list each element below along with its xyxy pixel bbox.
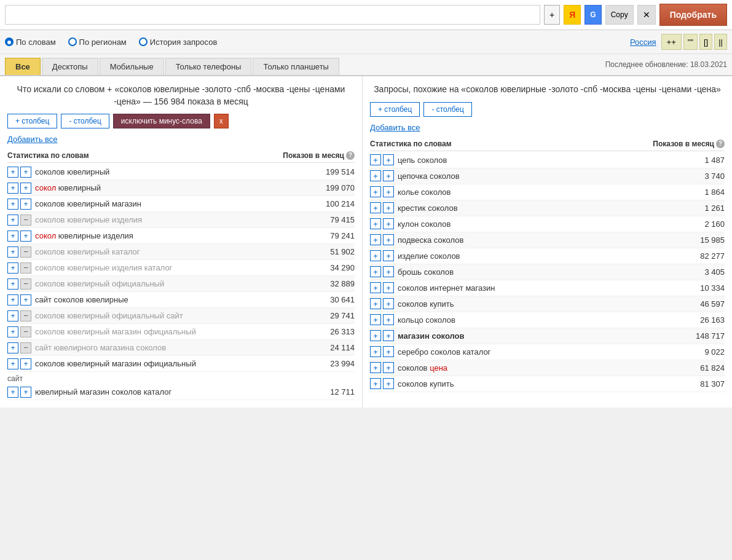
search-input[interactable]: соколов ювелирные -золото -спб -москва -… <box>5 5 540 25</box>
add-keyword-button[interactable]: + <box>370 314 381 325</box>
add-keyword-button[interactable]: + <box>7 246 18 258</box>
add-keyword-button[interactable]: + <box>370 250 381 261</box>
add-keyword-button[interactable]: + <box>370 346 381 357</box>
keyword-text: кулон соколов <box>398 219 683 229</box>
add-column-button-right[interactable]: + столбец <box>370 102 420 117</box>
add-keyword-button-2[interactable]: + <box>383 170 394 181</box>
add-keyword-button[interactable]: + <box>370 282 381 293</box>
remove-column-button-left[interactable]: - столбец <box>61 114 109 128</box>
add-keyword-button-2[interactable]: + <box>20 387 31 398</box>
add-keyword-button[interactable]: + <box>7 294 18 306</box>
add-keyword-button-2[interactable]: + <box>20 358 31 369</box>
table-row: ++кольцо соколов26 163 <box>370 312 725 328</box>
minus-keyword-button[interactable]: − <box>20 342 31 353</box>
add-keyword-button[interactable]: + <box>370 202 381 213</box>
add-keyword-button-2[interactable]: + <box>383 202 394 213</box>
add-keyword-button[interactable]: + <box>7 262 18 274</box>
add-keyword-button[interactable]: + <box>7 215 18 226</box>
region-select[interactable]: Россия <box>630 37 656 47</box>
add-keyword-button[interactable]: + <box>370 330 381 341</box>
add-keyword-button[interactable]: + <box>370 266 381 277</box>
add-keyword-button-2[interactable]: + <box>383 378 394 389</box>
add-all-link-right[interactable]: Добавить все <box>370 123 725 132</box>
radio-history[interactable]: История запросов <box>139 37 218 47</box>
minus-keyword-button[interactable]: − <box>20 215 31 226</box>
add-keyword-button[interactable]: + <box>7 231 18 242</box>
copy-button[interactable]: Copy <box>605 5 634 25</box>
help-icon-right[interactable]: ? <box>716 140 725 148</box>
add-keyword-button-2[interactable]: + <box>383 314 394 325</box>
tab-desktop[interactable]: Десктопы <box>42 58 98 75</box>
submit-button[interactable]: Подобрать <box>659 4 727 26</box>
add-keyword-button-2[interactable]: + <box>383 298 394 309</box>
radio-by-words[interactable]: По словам <box>5 37 56 47</box>
add-keyword-button-2[interactable]: + <box>383 330 394 341</box>
add-all-link-left[interactable]: Добавить все <box>7 135 355 144</box>
google-search-button[interactable]: G <box>584 5 601 25</box>
radio-by-regions[interactable]: По регионам <box>68 37 127 47</box>
add-keyword-button[interactable]: + <box>7 167 18 178</box>
add-keyword-button[interactable]: + <box>7 387 18 398</box>
quotes-button[interactable]: "" <box>683 34 698 50</box>
keyword-text: соколов ювелирный магазин официальный <box>35 359 313 368</box>
keyword-text: соколов ювелирный официальный <box>35 279 313 288</box>
add-keyword-button[interactable]: + <box>370 234 381 245</box>
minus-keyword-button[interactable]: − <box>20 326 31 337</box>
add-keyword-button[interactable]: + <box>7 183 18 194</box>
minus-keyword-button[interactable]: − <box>20 310 31 321</box>
table-row: ++магазин соколов148 717 <box>370 328 725 344</box>
minus-keyword-button[interactable]: − <box>20 246 31 258</box>
add-keyword-button[interactable]: + <box>370 298 381 309</box>
add-keyword-button[interactable]: + <box>7 342 18 353</box>
add-keyword-button-2[interactable]: + <box>20 183 31 194</box>
pause-button[interactable]: || <box>714 34 727 50</box>
tab-tablets[interactable]: Только планшеты <box>253 58 339 75</box>
add-keyword-button-2[interactable]: + <box>383 186 394 197</box>
add-keyword-button-2[interactable]: + <box>383 218 394 229</box>
add-keyword-button-2[interactable]: + <box>383 346 394 357</box>
clear-search-button[interactable]: ✕ <box>637 5 656 25</box>
keyword-count: 26 163 <box>688 315 725 325</box>
x-button-left[interactable]: x <box>214 114 229 128</box>
add-keyword-button-2[interactable]: + <box>383 250 394 261</box>
add-keyword-button[interactable]: + <box>7 310 18 321</box>
add-column-button-left[interactable]: + столбец <box>7 114 57 128</box>
add-keyword-button-2[interactable]: + <box>383 282 394 293</box>
left-keywords-list: ++соколов ювелирный199 514++сокол ювелир… <box>7 164 355 372</box>
add-keyword-button[interactable]: + <box>370 154 381 165</box>
add-keyword-button[interactable]: + <box>370 170 381 181</box>
bracket-button[interactable]: [] <box>699 34 712 50</box>
add-keyword-button[interactable]: + <box>370 186 381 197</box>
add-keyword-button[interactable]: + <box>7 278 18 290</box>
add-keyword-button-2[interactable]: + <box>383 266 394 277</box>
keyword-count: 24 114 <box>318 343 355 352</box>
add-keyword-button[interactable]: + <box>370 218 381 229</box>
add-keyword-button[interactable]: + <box>370 362 381 373</box>
help-icon-left[interactable]: ? <box>346 151 355 160</box>
add-keyword-button[interactable]: + <box>7 358 18 369</box>
add-keyword-button[interactable]: + <box>7 199 18 210</box>
exclude-minus-words-button[interactable]: исключить минус-слова <box>113 114 210 128</box>
tab-all[interactable]: Все <box>5 58 41 75</box>
add-keyword-button-2[interactable]: + <box>20 167 31 178</box>
add-keyword-button-2[interactable]: + <box>20 199 31 210</box>
add-keyword-button-2[interactable]: + <box>383 362 394 373</box>
plusplus-button[interactable]: ++ <box>661 34 682 50</box>
search-plus-button[interactable]: + <box>544 5 560 25</box>
add-keyword-button-2[interactable]: + <box>383 234 394 245</box>
add-keyword-button-2[interactable]: + <box>20 294 31 306</box>
remove-column-button-right[interactable]: - столбец <box>423 102 471 117</box>
yandex-search-button[interactable]: Я <box>564 5 581 25</box>
add-keyword-button[interactable]: + <box>7 326 18 337</box>
add-keyword-button-2[interactable]: + <box>383 154 394 165</box>
minus-keyword-button[interactable]: − <box>20 278 31 290</box>
add-keyword-button-2[interactable]: + <box>20 231 31 242</box>
minus-keyword-button[interactable]: − <box>20 262 31 274</box>
add-keyword-button[interactable]: + <box>370 378 381 389</box>
radio-circle-words <box>5 37 14 46</box>
table-row: +−соколов ювелирный официальный сайт29 7… <box>7 308 355 324</box>
tab-mobile[interactable]: Мобильные <box>100 58 164 75</box>
tab-phones[interactable]: Только телефоны <box>165 58 252 75</box>
table-row: ++цепочка соколов3 740 <box>370 168 725 184</box>
left-col-stats: Статистика по словам <box>7 151 89 160</box>
